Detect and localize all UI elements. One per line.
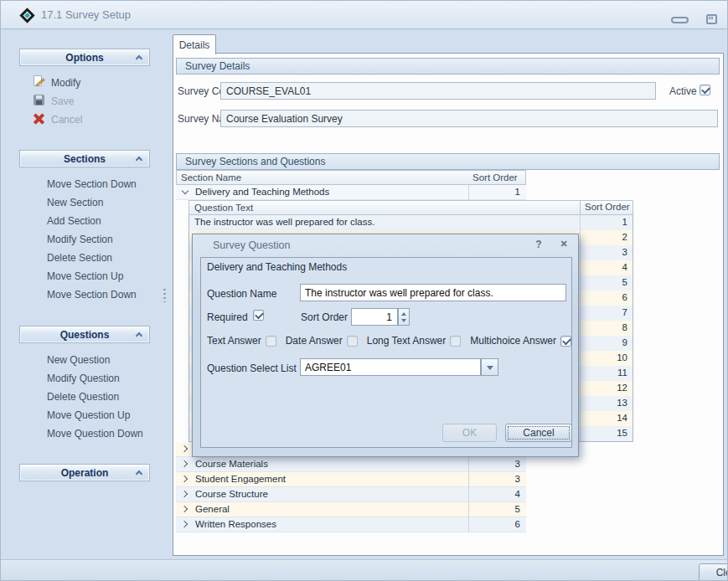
collapse-caret-icon	[136, 157, 142, 163]
active-checkbox[interactable]	[700, 85, 710, 95]
footer-bar	[1, 559, 728, 581]
section-name: Delivery and Teaching Methods	[195, 187, 329, 197]
text-answer-label: Text Answer	[207, 335, 261, 347]
survey-setup-window: { "window": { "title": "17.1 Survey Setu…	[0, 0, 728, 581]
title-bar: 17.1 Survey Setup	[1, 1, 728, 29]
column-header-question-sort[interactable]: Sort Order	[580, 200, 633, 215]
question-select-list-combo[interactable]: AGREE01	[300, 358, 481, 376]
survey-name-field[interactable]: Course Evaluation Survey	[220, 110, 718, 127]
chevron-right-icon[interactable]	[181, 445, 188, 452]
sidebar-item-cancel[interactable]: Cancel	[51, 114, 82, 126]
collapse-caret-icon	[136, 55, 142, 62]
chevron-down-icon	[487, 366, 493, 370]
sidebar-item-modify[interactable]: Modify	[51, 77, 80, 89]
ok-button[interactable]: OK	[442, 424, 497, 442]
sidebar-item-move-section-up[interactable]: Move Section Up	[47, 270, 123, 282]
maximize-button[interactable]	[706, 14, 717, 24]
sidebar-item-delete-question[interactable]: Delete Question	[47, 391, 119, 403]
sidebar-item-modify-question[interactable]: Modify Question	[47, 373, 120, 384]
section-row[interactable]: Course Materials 3	[176, 457, 526, 472]
multichoice-answer-label: Multichoice Answer	[470, 335, 556, 347]
answer-type-row: Text Answer Date Answer Long Text Answer…	[207, 334, 567, 347]
survey-details-group-header: Survey Details	[176, 58, 720, 75]
sections-group-header: Survey Sections and Questions	[176, 153, 720, 170]
section-row[interactable]: Student Engagement 3	[176, 472, 526, 487]
spin-up-icon[interactable]	[401, 312, 406, 316]
close-icon[interactable]: ✕	[557, 239, 571, 252]
edit-pencil-icon	[33, 75, 45, 88]
chevron-right-icon[interactable]	[181, 521, 188, 527]
chevron-down-icon[interactable]	[182, 188, 188, 194]
operation-panel-header[interactable]: Operation	[19, 464, 150, 481]
sections-panel-header[interactable]: Sections	[19, 150, 150, 167]
chevron-right-icon[interactable]	[181, 506, 188, 512]
question-text: The instructor was well prepared for cla…	[189, 217, 374, 227]
sidebar-item-new-question[interactable]: New Question	[47, 354, 110, 366]
section-row[interactable]: Written Responses 6	[176, 517, 526, 532]
questions-panel-header[interactable]: Questions	[19, 326, 150, 343]
sidebar-item-add-section[interactable]: Add Section	[47, 215, 101, 227]
question-select-list-label: Question Select List	[207, 362, 297, 374]
help-icon[interactable]: ?	[532, 239, 545, 252]
survey-code-field[interactable]: COURSE_EVAL01	[220, 82, 656, 100]
sidebar-item-move-section-down[interactable]: Move Section Down	[47, 178, 137, 190]
questions-panel-title: Questions	[60, 329, 110, 341]
sidebar-item-move-question-down[interactable]: Move Question Down	[47, 428, 143, 440]
splitter-handle[interactable]	[163, 289, 166, 302]
text-answer-checkbox[interactable]	[266, 336, 276, 347]
spin-down-icon[interactable]	[401, 319, 406, 322]
chevron-right-icon[interactable]	[181, 460, 188, 467]
options-panel-title: Options	[65, 52, 103, 64]
dialog-title: Survey Question	[213, 239, 290, 251]
close-button[interactable]: Close	[699, 563, 728, 581]
date-answer-checkbox[interactable]	[347, 336, 358, 347]
sections-panel-title: Sections	[64, 153, 106, 165]
sidebar-item-delete-section[interactable]: Delete Section	[47, 252, 112, 264]
dialog-section-label: Delivery and Teaching Methods	[207, 261, 347, 273]
section-row[interactable]: General 5	[176, 502, 526, 517]
question-row[interactable]: The instructor was well prepared for cla…	[189, 215, 632, 230]
sort-order-label: Sort Order	[301, 311, 348, 323]
sidebar-item-new-section[interactable]: New Section	[47, 197, 103, 208]
sort-order-input[interactable]: 1	[351, 308, 398, 326]
column-header-section-name[interactable]: Section Name	[176, 170, 469, 185]
multichoice-answer-checkbox[interactable]	[560, 336, 571, 347]
app-icon	[19, 8, 34, 23]
long-text-answer-label: Long Text Answer	[367, 335, 447, 347]
required-checkbox[interactable]	[253, 310, 264, 321]
collapse-caret-icon	[136, 332, 142, 339]
question-name-label: Question Name	[207, 288, 276, 300]
section-row[interactable]: Course Structure 4	[176, 487, 526, 502]
save-floppy-icon	[33, 94, 45, 106]
cancel-button[interactable]: Cancel	[505, 424, 572, 442]
active-label: Active	[669, 85, 697, 97]
section-sort-order: 1	[468, 185, 525, 200]
sidebar-item-move-question-up[interactable]: Move Question Up	[47, 409, 130, 421]
options-panel-header[interactable]: Options	[19, 49, 150, 66]
chevron-right-icon[interactable]	[181, 491, 188, 497]
sidebar-item-move-section-down-2[interactable]: Move Section Down	[47, 289, 137, 301]
sidebar-item-save[interactable]: Save	[51, 95, 74, 107]
cancel-x-icon	[33, 112, 45, 125]
chevron-right-icon[interactable]	[181, 476, 188, 482]
question-name-input[interactable]: The instructor was well prepared for cla…	[300, 284, 566, 301]
tab-details[interactable]: Details	[173, 34, 216, 54]
dropdown-button[interactable]	[481, 358, 498, 376]
section-row-expanded[interactable]: Delivery and Teaching Methods 1	[176, 185, 526, 200]
collapse-caret-icon	[136, 470, 142, 477]
sidebar-item-modify-section[interactable]: Modify Section	[47, 234, 113, 245]
required-label: Required	[207, 311, 248, 323]
minimize-button[interactable]	[671, 17, 689, 23]
long-text-answer-checkbox[interactable]	[450, 336, 461, 347]
column-header-sort-order[interactable]: Sort Order	[468, 170, 526, 185]
window-title: 17.1 Survey Setup	[41, 8, 131, 21]
sort-order-stepper[interactable]	[398, 308, 410, 326]
operation-panel-title: Operation	[61, 467, 109, 479]
date-answer-label: Date Answer	[286, 335, 343, 347]
column-header-question-text[interactable]: Question Text Sort Order	[188, 200, 633, 215]
